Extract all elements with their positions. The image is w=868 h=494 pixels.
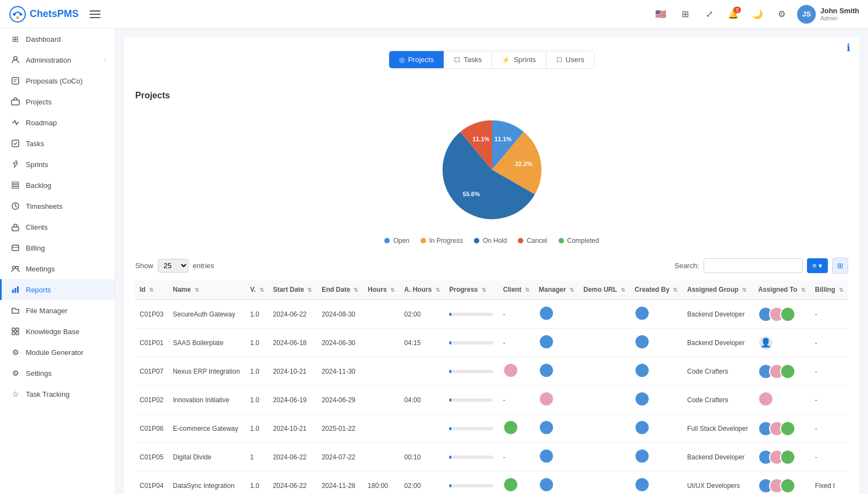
col-start-date[interactable]: Start Date ⇅ [268, 280, 317, 299]
sidebar-item-file-manager[interactable]: File Manager [0, 300, 115, 321]
project-id[interactable]: C01P07 [135, 357, 169, 386]
col-created-by[interactable]: Created By ⇅ [630, 280, 683, 299]
project-assigned-to [754, 386, 810, 414]
sidebar-item-sprints[interactable]: Sprints [0, 154, 115, 175]
task-tracking-icon: ☆ [10, 389, 20, 399]
sidebar-item-settings[interactable]: ⚙ Settings [0, 363, 115, 384]
col-hours[interactable]: Hours ⇅ [363, 280, 400, 299]
project-id[interactable]: C01P01 [135, 329, 169, 357]
project-hours [363, 414, 400, 443]
avatar [634, 477, 650, 492]
svg-rect-11 [12, 185, 19, 186]
table-header: Id ⇅ Name ⇅ V. ⇅ Start Date ⇅ End Date ⇅… [135, 280, 848, 299]
sidebar-item-module-generator[interactable]: ⚙ Module Generator [0, 342, 115, 363]
project-id[interactable]: C01P03 [135, 299, 169, 329]
project-demo-url [579, 471, 630, 495]
avatar: 👤 [758, 335, 773, 351]
svg-rect-20 [15, 288, 16, 293]
legend-dot-open [384, 238, 390, 243]
progress-bar [449, 484, 493, 487]
sidebar-item-billing[interactable]: Billing [0, 237, 115, 258]
project-start: 2024-06-22 [268, 471, 317, 495]
col-version[interactable]: V. ⇅ [246, 280, 268, 299]
project-hours [363, 357, 400, 386]
sidebar-item-administration[interactable]: Administration › [0, 49, 115, 70]
sidebar-item-dashboard[interactable]: ⊞ Dashboard [0, 29, 115, 49]
col-end-date[interactable]: End Date ⇅ [317, 280, 363, 299]
col-demo-url[interactable]: Demo URL ⇅ [579, 280, 630, 299]
user-role: Admin [820, 15, 859, 21]
col-name[interactable]: Name ⇅ [169, 280, 246, 299]
clients-icon [10, 222, 20, 232]
col-progress[interactable]: Progress ⇅ [445, 280, 499, 299]
theme-toggle-icon[interactable]: 🌙 [749, 5, 766, 23]
project-version: 1.0 [246, 386, 268, 414]
svg-point-18 [16, 267, 19, 269]
svg-point-4 [14, 57, 17, 60]
sidebar-item-backlog[interactable]: Backlog [0, 175, 115, 196]
avatar [758, 391, 773, 407]
sidebar-item-roadmap[interactable]: Roadmap [0, 112, 115, 133]
project-assigned-group: Code Crafters [683, 357, 754, 386]
col-assigned-to[interactable]: Assigned To ⇅ [754, 280, 810, 299]
flag-icon[interactable]: 🇺🇸 [652, 5, 670, 23]
hamburger-button[interactable] [87, 8, 103, 20]
notifications-icon[interactable]: 🔔 0 [725, 5, 742, 23]
sidebar-item-tasks[interactable]: Tasks [0, 133, 115, 154]
avatar [780, 307, 795, 322]
col-client[interactable]: Client ⇅ [499, 280, 534, 299]
avatar-group [758, 364, 806, 379]
col-ahours[interactable]: A. Hours ⇅ [400, 280, 445, 299]
apps-icon[interactable]: ⊞ [676, 5, 694, 23]
progress-bar [449, 370, 493, 373]
project-ahours: 04:00 [400, 386, 445, 414]
col-billing[interactable]: Billing ⇅ [811, 280, 848, 299]
tab-sprints[interactable]: ⚡ Sprints [492, 51, 546, 68]
sprints-icon [10, 159, 20, 169]
sidebar-item-projects[interactable]: Projects [0, 91, 115, 112]
col-manager[interactable]: Manager ⇅ [534, 280, 579, 299]
project-id[interactable]: C01P04 [135, 471, 169, 495]
tab-tasks[interactable]: ☐ Tasks [444, 51, 492, 68]
project-version: 1.0 [246, 471, 268, 495]
col-id[interactable]: Id ⇅ [135, 280, 169, 299]
fullscreen-icon[interactable]: ⤢ [700, 5, 718, 23]
project-id[interactable]: C01P05 [135, 443, 169, 471]
project-id[interactable]: C01P06 [135, 414, 169, 443]
columns-button[interactable]: ⊞ [832, 258, 848, 274]
logo[interactable]: ChetsPMS [9, 5, 79, 23]
project-id[interactable]: C01P02 [135, 386, 169, 414]
sidebar-item-reports[interactable]: Reports [0, 279, 115, 300]
table-row: C01P05 Digital Divide 1 2024-06-22 2024-… [135, 443, 848, 471]
project-billing: - [811, 414, 848, 443]
project-assigned-group: Backend Developer [683, 329, 754, 357]
project-end: 2024-08-30 [317, 299, 363, 329]
tab-users[interactable]: ☐ Users [546, 51, 594, 68]
project-ahours: 00:10 [400, 443, 445, 471]
chart-container: 11.1%22.2%55.6%11.1% Open In Progress On… [135, 109, 848, 245]
info-button[interactable]: ℹ [847, 42, 850, 54]
svg-rect-12 [12, 187, 19, 188]
avatar-group [758, 449, 806, 465]
project-progress [445, 414, 499, 443]
col-assigned-group[interactable]: Assigned Group ⇅ [683, 280, 754, 299]
sidebar-item-knowledge-base[interactable]: Knowledge Base [0, 321, 115, 342]
legend-dot-completed [559, 238, 564, 243]
sidebar-item-proposals[interactable]: Proposals (CoCo) [0, 70, 115, 91]
knowledge-base-icon [10, 326, 20, 336]
project-client: - [499, 386, 534, 414]
search-input[interactable] [704, 258, 803, 273]
layout: ⊞ Dashboard Administration › Proposals (… [0, 29, 868, 494]
sidebar-item-meetings[interactable]: Meetings [0, 258, 115, 279]
sidebar-item-clients[interactable]: Clients [0, 217, 115, 237]
project-progress [445, 386, 499, 414]
sidebar-item-timesheets[interactable]: Timesheets [0, 196, 115, 217]
tab-projects[interactable]: ◎ Projects [389, 51, 444, 68]
entries-select[interactable]: 25 10 50 100 [158, 259, 189, 273]
settings-icon[interactable]: ⚙ [773, 5, 790, 23]
filter-button[interactable]: ≡ ▾ [807, 258, 828, 273]
user-info[interactable]: JS John Smith Admin [797, 5, 859, 24]
project-assigned-to [754, 357, 810, 386]
project-assigned-to [754, 414, 810, 443]
sidebar-item-task-tracking[interactable]: ☆ Task Tracking [0, 384, 115, 404]
